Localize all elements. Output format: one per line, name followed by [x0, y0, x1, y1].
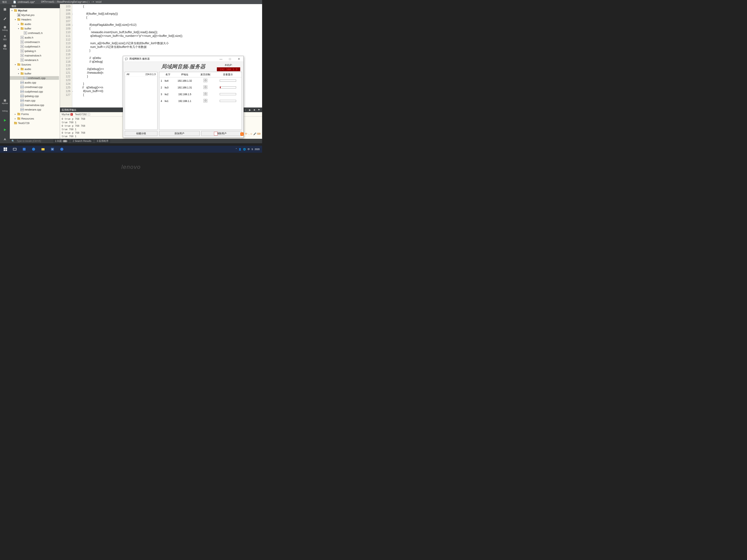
- kit-selector[interactable]: Mychat: [1, 98, 9, 106]
- tree-item[interactable]: c++renderare.cpp: [10, 108, 59, 111]
- tree-item[interactable]: ▾Headers: [10, 18, 59, 21]
- tree-item[interactable]: ▸audio: [10, 67, 59, 71]
- tree-item[interactable]: ▦Mychat.pro: [10, 13, 59, 17]
- output-next-icon[interactable]: ›: [244, 108, 247, 111]
- tree-item[interactable]: ▸Resources: [10, 117, 59, 121]
- create-group-button[interactable]: 创建分组: [125, 131, 157, 136]
- tree-item[interactable]: c++cmthread1.cpp: [10, 76, 59, 80]
- group-list[interactable]: All 224.0.1.3: [125, 72, 157, 130]
- taskbar-clock[interactable]: 2020: [255, 148, 260, 151]
- edge-icon[interactable]: [29, 146, 38, 152]
- locator-input[interactable]: Type to locate (Ctrl+K): [17, 140, 41, 142]
- group-ip: 224.0.1.3: [146, 73, 156, 76]
- help-mode-icon[interactable]: 帮助: [1, 43, 9, 51]
- debug-run-button-icon[interactable]: [1, 126, 9, 134]
- sogou-icon[interactable]: S: [240, 132, 244, 136]
- add-user-button[interactable]: 添加用户: [159, 131, 200, 136]
- edit-mode-icon[interactable]: [1, 15, 9, 23]
- tree-item[interactable]: hipdialog.h: [10, 49, 59, 53]
- tree-item[interactable]: hcmthread1.h: [10, 31, 59, 35]
- open-file-tab[interactable]: 📄 cmthread1.cpp*: [13, 1, 35, 4]
- window-titlebar[interactable]: 💬 局域网聊天-服务器 — □ ✕: [123, 56, 243, 62]
- run-button-icon[interactable]: [1, 116, 9, 125]
- build-config[interactable]: Debug: [1, 107, 9, 115]
- projects-mode-icon[interactable]: 项目: [1, 33, 9, 42]
- table-row[interactable]: 3liu2192.168.1.5: [159, 91, 242, 98]
- word-icon[interactable]: W: [48, 146, 57, 152]
- tree-item[interactable]: ▾Mychat: [10, 8, 59, 12]
- delete-user-button[interactable]: 删除用户: [201, 131, 242, 136]
- explorer-icon[interactable]: [38, 146, 48, 152]
- svg-rect-26: [4, 150, 5, 151]
- tray-up-icon[interactable]: ˄: [236, 148, 237, 151]
- tree-item[interactable]: hcudpthread.h: [10, 45, 59, 48]
- power-icon[interactable]: [203, 92, 207, 96]
- svg-rect-7: [18, 18, 19, 19]
- tree-item[interactable]: haudio.h: [10, 36, 59, 39]
- project-tree-header: 项目: [10, 4, 60, 8]
- maximize-button[interactable]: □: [227, 57, 233, 60]
- tree-item[interactable]: ▾Sources: [10, 63, 59, 66]
- tree-item[interactable]: ▾buffer: [10, 72, 59, 75]
- tray-ime-icon[interactable]: 中: [248, 148, 250, 151]
- output-tab[interactable]: TestG7292 ×: [75, 113, 90, 116]
- taskbar-app-1-icon[interactable]: [20, 146, 29, 152]
- tree-item[interactable]: c++cudpthread.cpp: [10, 90, 59, 93]
- output-title: 应用程序输出: [62, 108, 76, 112]
- ime-tray[interactable]: S 中 ·, ☺ 🎤 ⌨: [240, 132, 260, 136]
- status-tab-search[interactable]: 2 Search Results: [71, 139, 93, 143]
- welcome-mode-icon[interactable]: [1, 5, 9, 14]
- mode-toolbar: Debug 项目 帮助 Mychat Debug: [0, 4, 10, 143]
- menu-project[interactable]: 项目: [2, 0, 7, 4]
- output-stop-icon[interactable]: ■: [253, 108, 256, 111]
- tray-people-icon[interactable]: 👤: [238, 148, 241, 151]
- minimize-button[interactable]: —: [218, 57, 224, 60]
- tree-item[interactable]: ▾buffer: [10, 27, 59, 30]
- power-icon[interactable]: [203, 79, 207, 82]
- breadcrumb[interactable]: CMThread1::ReadPendingDatagrams() -> voi…: [41, 1, 101, 3]
- app-icon: 💬: [125, 57, 128, 60]
- tree-item[interactable]: hmainwindow.h: [10, 54, 59, 57]
- group-name: All: [127, 73, 135, 76]
- table-row[interactable]: 1liu4192.168.1.32: [159, 77, 242, 84]
- tree-item[interactable]: c++cmixthread.cpp: [10, 85, 59, 89]
- svg-rect-3: [4, 100, 6, 102]
- tree-item[interactable]: c++audio.cpp: [10, 81, 59, 84]
- window-title: 局域网聊天-服务器: [129, 57, 150, 60]
- tree-item[interactable]: TestG729: [10, 121, 59, 125]
- svg-rect-11: [21, 27, 22, 28]
- volume-meter: [220, 80, 236, 82]
- tree-item[interactable]: c++mainwindow.cpp: [10, 103, 59, 107]
- close-button[interactable]: ✕: [236, 57, 242, 60]
- table-row[interactable]: 2liu3192.168.1.31: [159, 84, 242, 91]
- output-attach-icon[interactable]: ⚑: [257, 108, 260, 111]
- svg-point-1: [4, 26, 6, 28]
- power-icon[interactable]: [203, 99, 207, 103]
- col-talk: 发言控制: [197, 72, 214, 77]
- tree-item[interactable]: ▸Forms: [10, 112, 59, 116]
- taskview-icon[interactable]: [10, 146, 19, 152]
- tray-sogou-icon[interactable]: S: [252, 148, 253, 151]
- output-tab[interactable]: Mychat ×: [62, 113, 73, 116]
- svg-rect-28: [13, 148, 17, 150]
- svg-point-30: [32, 148, 35, 151]
- locator-icon[interactable]: 🔍: [11, 140, 15, 142]
- taskbar-app-2-icon[interactable]: [57, 146, 66, 152]
- status-tab-issues[interactable]: 1 问题 11: [53, 139, 69, 143]
- tree-item[interactable]: ▸audio: [10, 22, 59, 26]
- build-button-icon[interactable]: [1, 135, 9, 143]
- server-window: 💬 局域网聊天-服务器 — □ ✕ 局域网音频-服务器 本机iP: 192.16…: [123, 56, 244, 138]
- debug-mode-icon[interactable]: Debug: [1, 24, 9, 32]
- tree-item[interactable]: c++ipdialog.cpp: [10, 94, 59, 98]
- power-icon[interactable]: [203, 85, 207, 89]
- svg-text:W: W: [51, 148, 53, 151]
- tree-item[interactable]: c++main.cpp: [10, 99, 59, 102]
- table-row[interactable]: 4liu1192.168.1.1: [159, 98, 242, 104]
- start-button-icon[interactable]: [1, 146, 10, 152]
- tray-network-icon[interactable]: 🌐: [243, 148, 246, 151]
- svg-rect-23: [14, 122, 15, 123]
- output-run-icon[interactable]: ▶: [248, 108, 252, 111]
- tree-item[interactable]: hrenderare.h: [10, 58, 59, 62]
- status-tab-appoutput[interactable]: 3 应用程序: [95, 139, 110, 143]
- tree-item[interactable]: hcmixthread.h: [10, 40, 59, 44]
